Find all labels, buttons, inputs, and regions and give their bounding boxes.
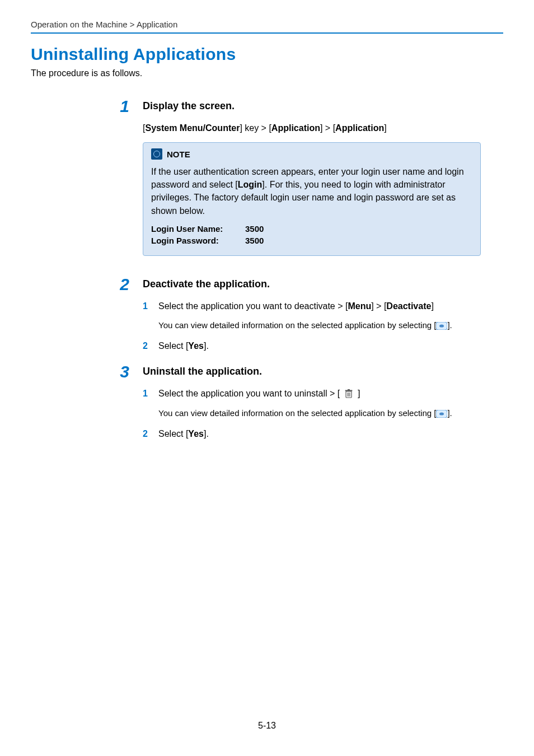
note-body: If the user authentication screen appear…	[151, 165, 472, 217]
substep: 2 Select [Yes].	[143, 429, 481, 439]
substep-number: 2	[143, 429, 153, 439]
cred-label: Login User Name:	[151, 224, 235, 234]
substep-note: You can view detailed information on the…	[158, 320, 481, 330]
step-2: 2 Deactivate the application. 1 Select t…	[31, 276, 503, 360]
step-number: 1	[104, 98, 129, 115]
svg-point-9	[439, 412, 444, 415]
substep-note: You can view detailed information on the…	[158, 408, 481, 418]
svg-rect-4	[348, 389, 350, 390]
step-number: 2	[104, 276, 129, 293]
detail-icon	[436, 322, 447, 330]
divider	[31, 32, 503, 34]
svg-rect-3	[345, 390, 353, 391]
page-number: 5-13	[0, 721, 534, 731]
cred-value: 3500	[245, 224, 264, 234]
page-title: Uninstalling Applications	[31, 45, 503, 64]
step-heading: Deactivate the application.	[143, 278, 481, 290]
breadcrumb: Operation on the Machine > Application	[31, 20, 503, 29]
substep-text: Select the application you want to deact…	[158, 301, 434, 311]
note-icon	[151, 148, 162, 160]
substep-number: 2	[143, 341, 153, 351]
step-1: 1 Display the screen. [System Menu/Count…	[31, 98, 503, 273]
substep: 2 Select [Yes].	[143, 341, 481, 351]
svg-point-1	[439, 324, 444, 327]
substep: 1 Select the application you want to uni…	[143, 389, 481, 399]
substep-text: Select the application you want to unins…	[158, 389, 360, 399]
step-heading: Uninstall the application.	[143, 366, 481, 377]
substep: 1 Select the application you want to dea…	[143, 301, 481, 311]
step-number: 3	[104, 363, 129, 380]
substep-text: Select [Yes].	[158, 429, 209, 439]
cred-label: Login Password:	[151, 236, 235, 245]
trash-icon	[343, 389, 355, 399]
cred-value: 3500	[245, 236, 264, 245]
detail-icon	[436, 410, 447, 418]
substep-number: 1	[143, 301, 153, 311]
step-heading: Display the screen.	[143, 100, 481, 112]
nav-path: [System Menu/Counter] key > [Application…	[143, 123, 481, 133]
intro-text: The procedure is as follows.	[31, 68, 503, 78]
substep-text: Select [Yes].	[158, 341, 209, 351]
credentials-table: Login User Name: 3500 Login Password: 35…	[151, 224, 472, 245]
note-title: NOTE	[167, 150, 190, 159]
substep-number: 1	[143, 389, 153, 399]
note-box: NOTE If the user authentication screen a…	[143, 142, 481, 256]
step-3: 3 Uninstall the application. 1 Select th…	[31, 363, 503, 448]
